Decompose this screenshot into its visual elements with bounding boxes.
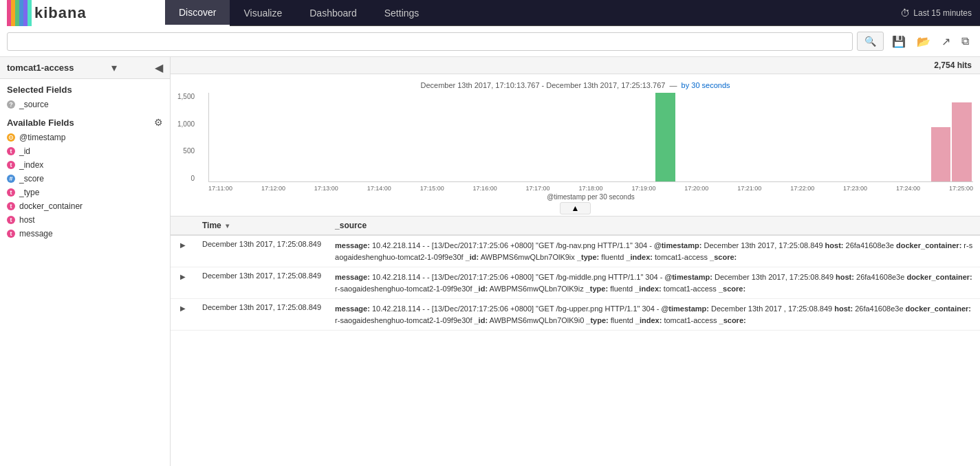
load-search-button[interactable]: 📂 [913,34,935,49]
field-timestamp[interactable]: ⊙ @timestamp [0,131,170,144]
time-column-label: Time [202,221,221,230]
field-type-icon-source: ? [7,100,15,109]
row-time-cell-1: December 13th 2017, 17:25:08.849 [195,267,328,299]
field-name-timestamp: @timestamp [19,133,66,142]
row-time-cell-0: December 13th 2017, 17:25:08.849 [195,235,328,267]
field-type-icon-type: t [7,188,15,197]
save-search-button[interactable]: 💾 [888,34,910,49]
field-score[interactable]: # _score [0,172,170,186]
table-row: ▶December 13th 2017, 17:25:08.849message… [171,267,980,299]
field-name-type: _type [19,188,39,197]
field-name-source: _source [19,100,49,109]
svg-rect-2 [15,0,19,26]
sort-icon: ▾ [226,222,229,230]
sidebar-collapse-button[interactable]: ◀ [155,61,163,74]
x-axis-labels: 17:11:00 17:12:00 17:13:00 17:14:00 17:1… [208,184,973,193]
field-name-docker: docker_container [19,201,83,211]
y-label-0: 0 [190,175,195,182]
table-header-source: _source [328,217,980,235]
svg-rect-3 [19,0,23,26]
results-tbody: ▶December 13th 2017, 17:25:08.849message… [171,235,980,331]
new-window-button[interactable]: ⧉ [957,34,973,49]
chart-collapse-button[interactable]: ▲ [560,202,591,214]
field-type-icon-index: t [7,161,15,169]
bar-34 [931,127,951,181]
results-area: Time ▾ _source ▶December 13th 2017, 17:2… [171,217,980,466]
table-row: ▶December 13th 2017, 17:25:08.849message… [171,299,980,331]
x-axis-title: @timestamp per 30 seconds [208,193,973,201]
field-name-message: message [19,229,53,238]
row-expand-button-2[interactable]: ▶ [177,304,188,312]
index-dropdown-button[interactable]: ▾ [111,61,117,74]
main-layout: tomcat1-access ▾ ◀ Selected Fields ? _so… [0,57,980,466]
svg-rect-0 [7,0,11,26]
sidebar: tomcat1-access ▾ ◀ Selected Fields ? _so… [0,57,171,466]
field-type-icon-docker: t [7,202,15,210]
chart-interval-link[interactable]: by 30 seconds [682,81,730,89]
row-source-cell-2: message: 10.42.218.114 - - [13/Dec/2017:… [328,299,980,331]
time-display[interactable]: ⏱ Last 15 minutes [900,8,980,19]
nav-links: Discover Visualize Dashboard Settings [165,0,433,26]
field-message[interactable]: t message [0,227,170,241]
field-docker-container[interactable]: t docker_container [0,199,170,213]
selected-fields-title: Selected Fields [0,79,170,98]
search-button[interactable]: 🔍 [857,32,884,51]
row-expand-cell-0: ▶ [171,235,195,267]
field-type-icon-id: t [7,147,15,155]
chart-collapse-section: ▲ [177,201,973,216]
hits-count: 2,754 hits [934,60,972,70]
selected-field-source[interactable]: ? _source [0,98,170,111]
top-navigation: kibana Discover Visualize Dashboard Sett… [0,0,980,26]
search-input[interactable] [7,32,853,51]
field-name-host: host [19,215,35,225]
table-header-time[interactable]: Time ▾ [195,217,328,235]
chart-container: December 13th 2017, 17:10:13.767 - Decem… [171,74,980,217]
source-column-label: _source [335,221,367,230]
bars-container [209,93,973,181]
nav-discover[interactable]: Discover [165,0,230,26]
nav-dashboard[interactable]: Dashboard [296,0,371,26]
row-expand-cell-1: ▶ [171,267,195,299]
nav-settings[interactable]: Settings [371,0,433,26]
y-label-1000: 1,000 [177,120,195,128]
row-expand-cell-2: ▶ [171,299,195,331]
field-name-score: _score [19,174,44,184]
table-row: ▶December 13th 2017, 17:25:08.849message… [171,235,980,267]
fields-settings-button[interactable]: ⚙ [154,117,163,128]
available-fields-title: Available Fields [7,118,74,128]
field-type[interactable]: t _type [0,186,170,199]
search-bar: 🔍 💾 📂 ↗ ⧉ [0,26,980,57]
row-expand-button-0[interactable]: ▶ [177,241,188,249]
kibana-logo: kibana [0,0,165,26]
chart-title: December 13th 2017, 17:10:13.767 - Decem… [177,81,973,89]
clock-icon: ⏱ [900,8,910,19]
field-type-icon-timestamp: ⊙ [7,133,15,142]
row-expand-button-1[interactable]: ▶ [177,273,188,280]
table-header-row: Time ▾ _source [171,217,980,235]
field-host[interactable]: t host [0,213,170,227]
sidebar-header: tomcat1-access ▾ ◀ [0,57,170,79]
kibana-wordmark: kibana [34,4,87,22]
time-label: Last 15 minutes [913,8,972,18]
toolbar-icons: 💾 📂 ↗ ⧉ [888,34,973,49]
field-name-index: _index [19,160,43,170]
bar-21 [655,93,675,181]
field-type-icon-message: t [7,230,15,238]
field-id[interactable]: t _id [0,144,170,158]
nav-visualize[interactable]: Visualize [230,0,296,26]
chart-y-axis: 1,500 1,000 500 0 [177,93,198,182]
results-table: Time ▾ _source ▶December 13th 2017, 17:2… [171,217,980,331]
field-index[interactable]: t _index [0,158,170,172]
y-label-500: 500 [183,147,195,155]
field-type-icon-host: t [7,216,15,224]
index-name: tomcat1-access [7,63,74,73]
field-type-icon-score: # [7,175,15,183]
row-source-cell-1: message: 10.42.218.114 - - [13/Dec/2017:… [328,267,980,299]
svg-rect-5 [28,0,32,26]
chart-date-range: December 13th 2017, 17:10:13.767 - Decem… [420,81,665,89]
available-fields-header: Available Fields ⚙ [0,111,170,131]
svg-rect-1 [11,0,15,26]
y-label-1500: 1,500 [177,93,195,100]
share-button[interactable]: ↗ [937,34,955,49]
row-time-cell-2: December 13th 2017, 17:25:08.849 [195,299,328,331]
